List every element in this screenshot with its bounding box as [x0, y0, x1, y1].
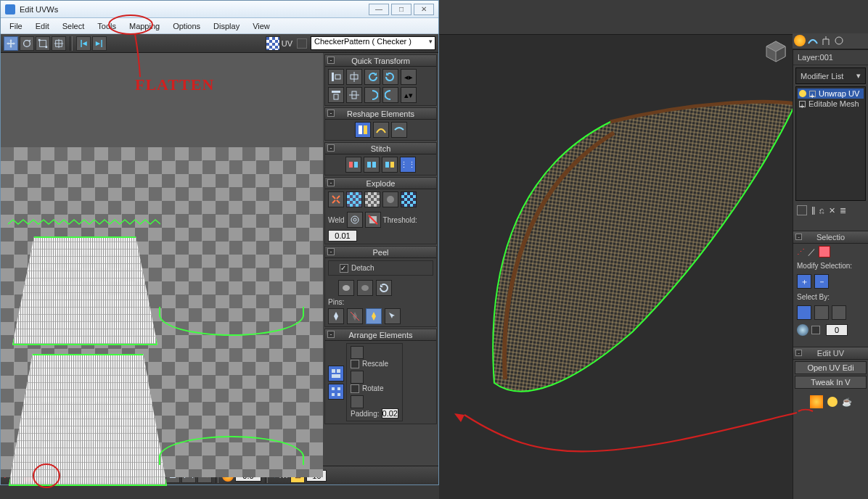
hierarchy-tab-icon[interactable]	[820, 35, 832, 46]
mesh-object[interactable]	[465, 93, 799, 419]
sphere-icon[interactable]	[797, 324, 808, 336]
explode-smooth-icon[interactable]	[382, 191, 398, 207]
move-tool-icon[interactable]	[4, 36, 18, 51]
map-dropdown[interactable]: CheckerPattern ( Checker )	[311, 36, 435, 50]
stitch-avg-icon[interactable]	[364, 157, 380, 173]
rescale-checkbox[interactable]	[351, 360, 359, 368]
layer-row[interactable]: Layer:001	[793, 50, 868, 65]
stack-editable-mesh[interactable]: +Editable Mesh	[798, 99, 864, 109]
scale-tool-icon[interactable]	[36, 36, 50, 51]
explode-poly-icon[interactable]	[364, 191, 380, 207]
close-button[interactable]: ✕	[414, 4, 434, 15]
rotate-checkbox[interactable]	[351, 384, 359, 393]
collapse-toggle[interactable]: -	[327, 331, 335, 338]
tweak-in-view-button[interactable]: Tweak In V	[795, 376, 867, 389]
uv-island-2[interactable]	[9, 354, 167, 486]
pin-remove-icon[interactable]	[347, 308, 363, 324]
uv-canvas[interactable]	[1, 53, 323, 466]
flip-v-icon[interactable]: ▴▾	[401, 87, 417, 103]
quickplanar-icon[interactable]	[810, 395, 823, 408]
viewcube-icon[interactable]	[763, 39, 788, 64]
vertex-mode-icon[interactable]: ⋰	[797, 247, 805, 257]
explode-matid-icon[interactable]	[401, 191, 417, 207]
mirror-v-icon[interactable]: ▸|	[92, 36, 107, 51]
show-end-result-icon[interactable]: ǁ	[811, 206, 815, 215]
menu-tools[interactable]: Tools	[91, 20, 122, 32]
modifier-list-dropdown[interactable]: Modifier List▾	[795, 67, 866, 84]
menu-mapping[interactable]: Mapping	[123, 20, 165, 32]
pin-add-icon[interactable]	[328, 308, 344, 324]
selection-rollout-header[interactable]: -Selectio	[793, 231, 868, 244]
expand-icon[interactable]: +	[799, 101, 806, 107]
menu-select[interactable]: Select	[57, 20, 91, 32]
break-icon[interactable]	[328, 191, 344, 207]
open-uv-editor-button[interactable]: Open UV Edi	[795, 361, 867, 374]
peel-icon[interactable]	[357, 280, 373, 296]
planar-threshold-spinner[interactable]: 0	[826, 324, 848, 336]
freeform-tool-icon[interactable]	[52, 36, 66, 51]
align-top-icon[interactable]	[328, 87, 344, 103]
uv-island-1[interactable]	[12, 236, 157, 345]
align-center-icon[interactable]	[346, 69, 362, 85]
uv-channel-check[interactable]	[297, 38, 307, 49]
remove-mod-icon[interactable]: ✕	[829, 206, 835, 215]
straighten-icon[interactable]	[355, 122, 371, 138]
modifier-stack[interactable]: +Unwrap UV +Editable Mesh	[795, 86, 866, 201]
padding-spinner[interactable]: 0.02	[382, 408, 398, 418]
rotate-tool-icon[interactable]	[20, 36, 34, 51]
stitch-custom-icon[interactable]: ⋮⋮	[400, 157, 416, 173]
menu-edit[interactable]: Edit	[30, 20, 55, 32]
explode-face-icon[interactable]	[346, 191, 362, 207]
stack-unwrap-uvw[interactable]: +Unwrap UV	[798, 88, 864, 99]
menu-options[interactable]: Options	[167, 20, 206, 32]
pin-select-icon[interactable]	[385, 308, 401, 324]
shrink-icon[interactable]: －	[814, 274, 829, 289]
menu-display[interactable]: Display	[208, 20, 245, 32]
collapse-toggle[interactable]: -	[327, 144, 335, 152]
checker-toggle-icon[interactable]	[266, 36, 280, 51]
collapse-toggle[interactable]: -	[327, 248, 335, 255]
teapot-icon[interactable]: ☕	[842, 397, 852, 407]
weld-disabled-icon[interactable]	[365, 212, 381, 228]
mirror-h-icon[interactable]: |◂	[76, 36, 91, 51]
flip-h-icon[interactable]: ◂▸	[401, 69, 417, 85]
stitch-target-icon[interactable]	[382, 157, 398, 173]
menu-view[interactable]: View	[247, 20, 276, 32]
detach-checkbox[interactable]	[340, 264, 348, 273]
edge-mode-icon[interactable]: ／	[808, 247, 816, 257]
ignore-back-checkbox[interactable]	[811, 326, 820, 334]
threshold-spinner[interactable]: 0.01	[328, 230, 357, 242]
face-mode-icon[interactable]	[819, 246, 830, 257]
bulb2-icon[interactable]	[827, 397, 838, 407]
mirror-h-icon[interactable]	[382, 87, 398, 103]
modify-tab-icon[interactable]	[807, 35, 819, 46]
pack-loose-icon[interactable]	[328, 384, 344, 400]
collapse-toggle[interactable]: -	[327, 110, 335, 117]
configure-icon[interactable]: ≣	[840, 206, 846, 215]
menu-file[interactable]: File	[4, 20, 28, 32]
titlebar[interactable]: Edit UVWs — □ ✕	[1, 1, 438, 18]
pin-stack-icon[interactable]	[797, 205, 807, 215]
linear-align-icon[interactable]	[391, 122, 407, 138]
pack-tight-icon[interactable]	[328, 366, 344, 382]
relax-icon[interactable]	[373, 122, 389, 138]
minimize-button[interactable]: —	[369, 4, 389, 15]
stitch-source-icon[interactable]	[345, 157, 361, 173]
align-middle-icon[interactable]	[346, 87, 362, 103]
weld-target-icon[interactable]	[347, 212, 363, 228]
expand-icon[interactable]: +	[809, 91, 816, 97]
make-unique-icon[interactable]: ⎌	[819, 206, 824, 215]
create-tab-icon[interactable]	[794, 35, 806, 46]
matid-icon[interactable]	[814, 305, 829, 320]
quick-peel-icon[interactable]	[338, 280, 354, 296]
reset-peel-icon[interactable]	[376, 280, 392, 296]
align-left-icon[interactable]	[328, 69, 344, 85]
pin-auto-icon[interactable]	[366, 308, 382, 324]
grow-icon[interactable]: ＋	[797, 274, 811, 289]
bulb-icon[interactable]	[799, 90, 806, 97]
maximize-button[interactable]: □	[391, 4, 412, 15]
collapse-toggle[interactable]: -	[327, 57, 335, 64]
rotate-cw-icon[interactable]	[382, 69, 398, 85]
motion-tab-icon[interactable]	[833, 35, 845, 46]
edituv-rollout-header[interactable]: -Edit UV	[793, 347, 868, 360]
